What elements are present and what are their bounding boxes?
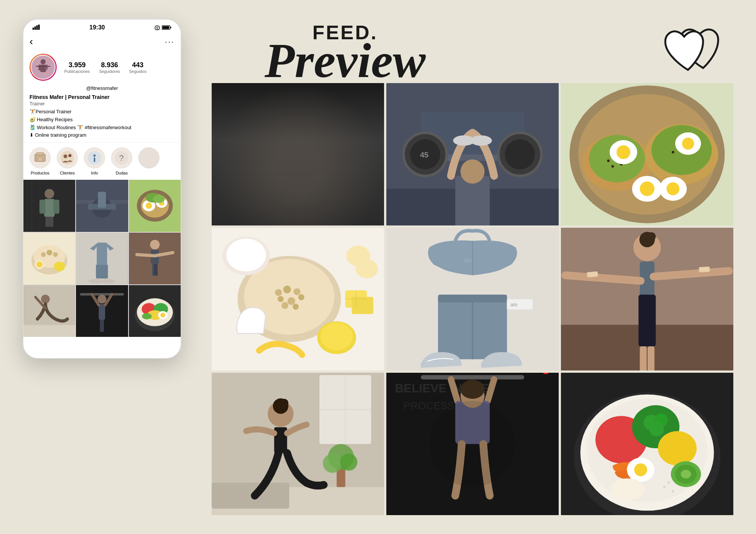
- phone-mockup: 19:30 ‹ ···: [23, 19, 181, 359]
- preview-grid-container: 45: [212, 83, 733, 515]
- svg-point-235: [663, 486, 666, 488]
- highlight-info[interactable]: Info: [84, 147, 105, 175]
- posts-count: 3.959: [64, 61, 90, 69]
- svg-point-107: [294, 202, 310, 208]
- svg-rect-6: [162, 26, 169, 29]
- preview-cell-6: [561, 228, 733, 370]
- preview-label: Preview: [265, 39, 426, 83]
- svg-rect-183: [638, 295, 656, 347]
- followers-stat: 8.936 Seguidores: [99, 61, 120, 74]
- posts-label: Publicaciones: [64, 69, 90, 74]
- svg-point-29: [45, 189, 54, 198]
- highlight-dudas[interactable]: ? Dudas: [111, 147, 132, 175]
- svg-line-65: [137, 255, 155, 256]
- svg-rect-15: [36, 153, 44, 155]
- svg-rect-59: [96, 264, 108, 278]
- svg-rect-92: [212, 176, 384, 177]
- following-label: Seguidos: [129, 69, 147, 74]
- svg-rect-30: [44, 199, 54, 217]
- svg-point-142: [682, 137, 694, 150]
- svg-point-134: [611, 165, 614, 168]
- avatar-image: [31, 55, 56, 80]
- svg-rect-99: [337, 178, 371, 183]
- svg-rect-210: [421, 375, 524, 379]
- status-bar: 19:30: [23, 20, 181, 34]
- svg-point-52: [41, 252, 46, 257]
- svg-rect-188: [640, 346, 647, 370]
- username: @fitnessmafer: [29, 85, 175, 91]
- svg-point-227: [649, 421, 664, 436]
- preview-cell-7: [212, 373, 384, 515]
- svg-point-153: [277, 296, 284, 302]
- svg-rect-68: [153, 264, 158, 276]
- svg-point-151: [283, 286, 291, 294]
- svg-point-146: [666, 182, 679, 195]
- display-name: Fitness Mafer | Personal Trainer: [29, 94, 175, 100]
- preview-cell-8: BELIEVE IN THE PROCESS: [386, 373, 559, 515]
- following-stat: 443 Seguidos: [129, 61, 147, 74]
- profile-top: 3.959 Publicaciones 8.936 Seguidores 443…: [29, 54, 175, 81]
- phone-grid-cell-1: [23, 180, 75, 232]
- svg-point-89: [160, 313, 165, 318]
- phone-grid-cell-3: [129, 180, 181, 232]
- status-icons: [154, 25, 172, 30]
- svg-point-100: [283, 96, 313, 127]
- svg-point-87: [142, 313, 152, 319]
- following-count: 443: [129, 61, 147, 69]
- avatar: [29, 54, 57, 81]
- hearts-icon: [658, 19, 726, 79]
- svg-rect-11: [39, 65, 41, 70]
- svg-point-217: [429, 401, 516, 487]
- svg-point-71: [41, 295, 50, 303]
- bio: Fitness Mafer | Personal Trainer Trainer…: [29, 94, 175, 139]
- svg-rect-94: [280, 83, 282, 225]
- svg-point-140: [617, 145, 630, 159]
- svg-point-4: [156, 28, 158, 29]
- svg-rect-105: [299, 174, 305, 204]
- svg-rect-2: [36, 25, 38, 30]
- svg-rect-22: [94, 157, 95, 162]
- phone-grid-cell-8: [76, 285, 128, 337]
- signal-icon: [33, 25, 40, 31]
- svg-rect-10: [40, 65, 46, 72]
- more-button[interactable]: ···: [165, 37, 175, 46]
- svg-point-131: [607, 159, 610, 162]
- highlight-extra[interactable]: [138, 147, 160, 175]
- svg-point-54: [53, 252, 58, 257]
- phone-grid-cell-6: [129, 233, 181, 284]
- svg-text:alo: alo: [464, 257, 472, 264]
- highlight-circle-clientes: [57, 147, 78, 168]
- svg-text:?: ?: [119, 153, 124, 163]
- svg-point-63: [150, 240, 160, 249]
- svg-point-234: [610, 478, 645, 500]
- svg-rect-187: [699, 267, 710, 272]
- svg-point-106: [286, 202, 301, 208]
- svg-point-236: [672, 490, 674, 492]
- highlight-clientes[interactable]: Clientes: [57, 147, 78, 175]
- svg-point-155: [298, 294, 304, 300]
- svg-point-48: [153, 195, 165, 203]
- app-title-area: FEED. Preview: [265, 23, 426, 83]
- svg-rect-32: [53, 200, 59, 214]
- highlight-circle-info: [84, 147, 105, 168]
- phone-grid-cell-2: [76, 180, 128, 232]
- phone-grid-cell-5: [76, 233, 128, 284]
- preview-cell-5: alo alo: [386, 228, 559, 370]
- svg-point-200: [340, 453, 358, 471]
- phone-photo-grid: [23, 180, 181, 337]
- highlight-productos[interactable]: Productos: [29, 147, 51, 175]
- svg-rect-161: [352, 297, 373, 314]
- svg-rect-110: [212, 83, 384, 225]
- back-button[interactable]: ‹: [29, 35, 33, 48]
- highlight-circle-extra: [138, 147, 160, 168]
- highlight-label-clientes: Clientes: [60, 171, 75, 175]
- svg-point-21: [93, 154, 96, 157]
- svg-point-228: [658, 431, 697, 465]
- followers-label: Seguidores: [99, 69, 120, 74]
- svg-point-61: [101, 279, 115, 284]
- svg-rect-93: [237, 83, 239, 225]
- nav-bar: ‹ ···: [23, 34, 181, 51]
- svg-point-123: [460, 159, 485, 184]
- svg-point-150: [275, 289, 282, 296]
- phone-grid-cell-7: [23, 285, 75, 337]
